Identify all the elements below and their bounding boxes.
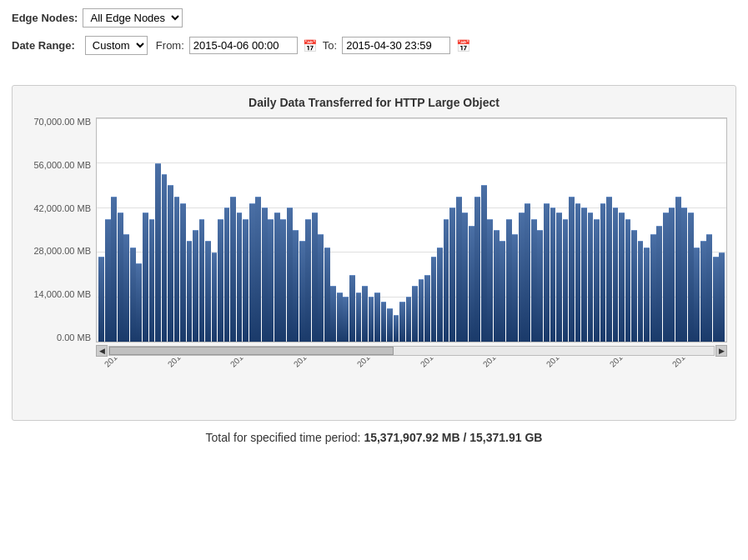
- scroll-left-arrow[interactable]: ◀: [96, 345, 108, 357]
- bar: [481, 185, 487, 342]
- x-axis-label: 2015-04-08: [228, 358, 265, 369]
- bar-group: [261, 118, 268, 342]
- x-label-item: 2015-04-12: [474, 362, 538, 412]
- bar: [663, 212, 669, 342]
- chart-area: 70,000.00 MB56,000.00 MB42,000.00 MB28,0…: [21, 118, 727, 412]
- bar-group: [612, 118, 619, 342]
- bar: [387, 308, 393, 342]
- bar-group: [544, 118, 550, 342]
- bar: [437, 248, 443, 342]
- to-input[interactable]: [342, 37, 450, 54]
- bar-group: [349, 118, 356, 342]
- x-axis-label: 2015-04-12: [481, 358, 518, 369]
- bar-group: [368, 118, 374, 342]
- from-calendar-icon[interactable]: 📅: [303, 38, 318, 53]
- bar-group: [198, 118, 205, 342]
- bar: [305, 219, 311, 342]
- x-axis-label: 2015-04-13: [545, 358, 581, 369]
- bar: [168, 185, 173, 342]
- chart-right: ◀ ▶ 2015-04-062015-04-072015-04-082015-0…: [96, 118, 727, 412]
- bar: [187, 241, 193, 342]
- bar: [419, 279, 424, 342]
- bar: [280, 219, 286, 342]
- bar-group: [268, 118, 274, 342]
- bar: [394, 315, 399, 342]
- bar: [606, 197, 612, 342]
- total-value: 15,371,907.92 MB / 15,371.91 GB: [364, 431, 542, 444]
- total-label: Total for specified time period:: [206, 431, 361, 444]
- bar-group: [531, 118, 538, 342]
- bar: [193, 230, 198, 342]
- bar: [130, 248, 136, 342]
- bar: [669, 208, 675, 342]
- bar-group: [493, 118, 500, 342]
- bar: [174, 197, 180, 342]
- bar-group: [230, 118, 237, 342]
- bar: [474, 197, 480, 342]
- x-label-item: 2015-04-10: [349, 362, 412, 412]
- bar: [494, 230, 500, 342]
- bar: [619, 212, 625, 342]
- from-input[interactable]: [189, 37, 298, 54]
- x-axis-label: 2015-04-15: [670, 358, 707, 369]
- bar: [293, 230, 299, 342]
- bar-group: [299, 118, 306, 342]
- bar-group: [675, 118, 681, 342]
- bar-group: [512, 118, 519, 342]
- bar-group: [324, 118, 331, 342]
- bar-group: [619, 118, 625, 342]
- bar: [312, 212, 318, 342]
- bar-group: [606, 118, 613, 342]
- bar-group: [556, 118, 563, 342]
- scroll-right-arrow[interactable]: ▶: [715, 345, 727, 357]
- bar: [199, 219, 205, 342]
- bar-group: [519, 118, 525, 342]
- bar: [299, 241, 305, 342]
- bar: [381, 302, 387, 342]
- x-label-item: 2015-04-06: [96, 362, 159, 412]
- x-label-item: 2015-04-07: [159, 362, 223, 412]
- bar-group: [550, 118, 556, 342]
- bar: [399, 302, 405, 342]
- scrollbar-track[interactable]: [108, 346, 715, 356]
- bar-group: [274, 118, 280, 342]
- bar: [431, 257, 437, 342]
- bar-group: [330, 118, 337, 342]
- bar-group: [443, 118, 449, 342]
- bar-group: [123, 118, 130, 342]
- bar-group: [706, 118, 713, 342]
- to-calendar-icon[interactable]: 📅: [455, 38, 470, 53]
- bar: [613, 208, 619, 342]
- bar: [713, 257, 719, 342]
- date-range-select[interactable]: Custom: [85, 36, 148, 55]
- bar-group: [625, 118, 631, 342]
- bar-group: [343, 118, 349, 342]
- bar-group: [631, 118, 638, 342]
- bar-group: [355, 118, 362, 342]
- bar: [255, 197, 261, 342]
- bar: [544, 203, 550, 342]
- x-axis-label: 2015-04-06: [103, 358, 139, 369]
- bar: [444, 219, 449, 342]
- edge-nodes-select[interactable]: All Edge Nodes: [83, 8, 183, 28]
- bar: [456, 197, 462, 342]
- bar-group: [98, 118, 105, 342]
- bar-group: [293, 118, 299, 342]
- bar-group: [168, 118, 174, 342]
- chart-container: Daily Data Transferred for HTTP Large Ob…: [12, 85, 736, 421]
- bar: [343, 297, 349, 342]
- bar-group: [537, 118, 544, 342]
- bar: [575, 203, 581, 342]
- y-axis-label: 70,000.00 MB: [34, 118, 92, 127]
- bar-group: [418, 118, 424, 342]
- bar-group: [399, 118, 406, 342]
- bar: [694, 248, 700, 342]
- bar: [324, 248, 330, 342]
- bar-group: [455, 118, 462, 342]
- bar-group: [700, 118, 707, 342]
- bar-group: [594, 118, 600, 342]
- bar: [356, 292, 362, 342]
- bar-group: [587, 118, 594, 342]
- bar-group: [173, 118, 180, 342]
- bar: [118, 212, 123, 342]
